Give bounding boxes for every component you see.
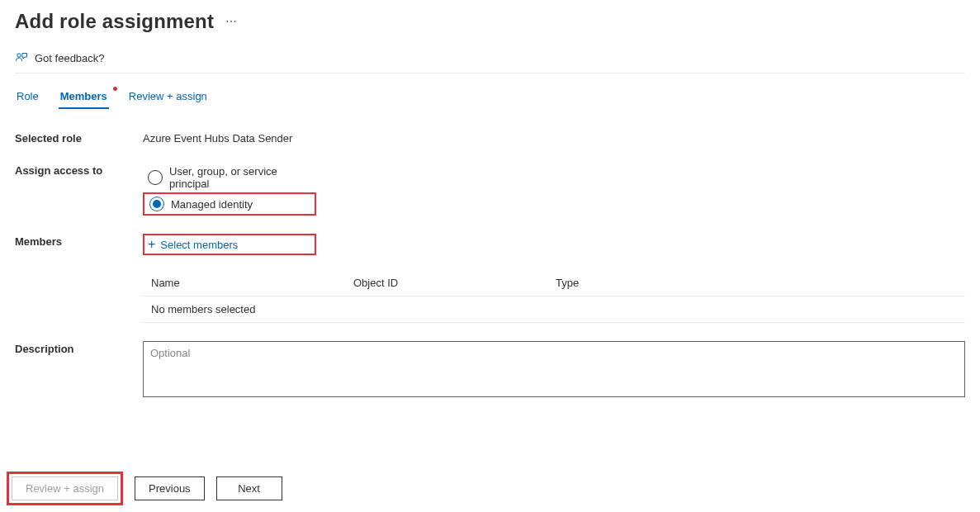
- col-object-header: Object ID: [353, 277, 556, 289]
- description-row: Description: [15, 341, 965, 400]
- members-label: Members: [15, 234, 143, 248]
- plus-icon: +: [148, 238, 155, 251]
- col-name-header: Name: [151, 277, 353, 289]
- review-assign-button[interactable]: Review + assign: [12, 476, 118, 500]
- title-row: Add role assignment ⋯: [15, 10, 965, 33]
- svg-point-0: [17, 54, 21, 57]
- tab-members[interactable]: Members: [59, 87, 109, 109]
- members-empty-row: No members selected: [143, 296, 965, 323]
- members-row: Members + Select members: [15, 234, 965, 255]
- footer-buttons: Review + assign Previous Next: [7, 472, 282, 505]
- radio-icon: [148, 170, 163, 185]
- assign-access-label: Assign access to: [15, 163, 143, 177]
- previous-button[interactable]: Previous: [135, 476, 205, 500]
- description-input[interactable]: [143, 341, 965, 397]
- tabs: Role Members Review + assign: [15, 87, 965, 109]
- radio-icon: [149, 197, 164, 211]
- col-type-header: Type: [556, 277, 957, 289]
- radio-user-group-sp-label: User, group, or service principal: [169, 165, 311, 190]
- selected-role-row: Selected role Azure Event Hubs Data Send…: [15, 130, 965, 145]
- selected-role-label: Selected role: [15, 130, 143, 145]
- radio-user-group-sp[interactable]: User, group, or service principal: [143, 163, 316, 192]
- feedback-label: Got feedback?: [35, 52, 105, 64]
- tab-role[interactable]: Role: [15, 87, 40, 109]
- select-members-highlight: + Select members: [143, 234, 316, 255]
- required-indicator-icon: [113, 87, 117, 91]
- review-assign-highlight: Review + assign: [7, 472, 123, 505]
- add-role-assignment-panel: Add role assignment ⋯ Got feedback? Role…: [0, 0, 980, 512]
- feedback-link[interactable]: Got feedback?: [15, 51, 965, 73]
- members-table-header: Name Object ID Type: [143, 270, 965, 296]
- select-members-text: Select members: [160, 239, 238, 251]
- select-members-link[interactable]: + Select members: [148, 238, 311, 251]
- page-title: Add role assignment: [15, 10, 214, 33]
- radio-managed-identity-label: Managed identity: [171, 198, 253, 211]
- selected-role-value: Azure Event Hubs Data Sender: [143, 130, 965, 145]
- tab-review-assign[interactable]: Review + assign: [127, 87, 209, 109]
- radio-managed-identity[interactable]: Managed identity: [143, 192, 316, 216]
- members-value: + Select members: [143, 234, 965, 255]
- more-actions-icon[interactable]: ⋯: [225, 15, 238, 28]
- description-label: Description: [15, 341, 143, 355]
- feedback-icon: [15, 51, 28, 64]
- next-button[interactable]: Next: [216, 476, 282, 500]
- assign-access-options: User, group, or service principal Manage…: [143, 163, 965, 216]
- description-value: [143, 341, 965, 400]
- members-table: Name Object ID Type No members selected: [143, 270, 965, 323]
- tab-members-label: Members: [60, 90, 107, 102]
- assign-access-row: Assign access to User, group, or service…: [15, 163, 965, 216]
